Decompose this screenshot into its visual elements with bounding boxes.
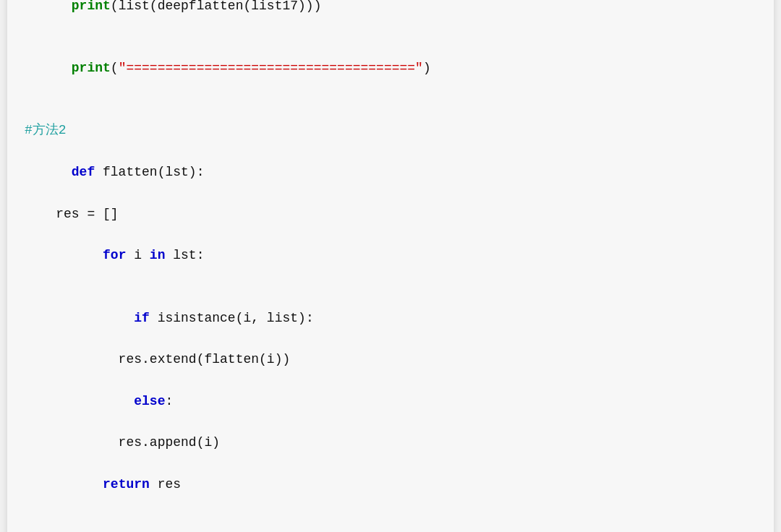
code-line-8: res = []: [25, 204, 756, 225]
indent-for: [72, 248, 103, 262]
code-line-14: return res: [25, 453, 756, 515]
comment-method2: #方法2: [25, 120, 756, 141]
code-section: from iteration_utilities import deepflat…: [7, 0, 774, 532]
keyword-print2: print: [72, 61, 111, 75]
code-line-7: def flatten(lst):: [25, 141, 756, 203]
code-line-10: if isinstance(i, list):: [25, 287, 756, 349]
keyword-print1: print: [72, 0, 111, 13]
for-var: i: [126, 248, 149, 262]
print-string1: "=====================================": [119, 61, 423, 75]
code-line-13: res.append(i): [25, 432, 756, 453]
print-args1: (list(deepflatten(list17))): [111, 0, 322, 13]
else-colon: :: [165, 394, 173, 408]
keyword-in: in: [150, 248, 166, 262]
code-line-11: res.extend(flatten(i)): [25, 349, 756, 370]
code-line-5: print("=================================…: [25, 37, 756, 99]
blank-line-b: [25, 100, 756, 121]
code-line-12: else:: [25, 370, 756, 432]
main-container: from iteration_utilities import deepflat…: [7, 0, 774, 532]
def-name: flatten(lst):: [95, 165, 204, 179]
keyword-def: def: [72, 165, 95, 179]
keyword-return: return: [103, 477, 150, 492]
return-val: res: [150, 477, 181, 492]
indent-return: [72, 477, 103, 492]
keyword-if: if: [134, 311, 150, 325]
code-line-4: print(list(deepflatten(list17))): [25, 0, 756, 37]
if-condition: isinstance(i, list):: [150, 311, 314, 325]
keyword-for: for: [103, 248, 126, 262]
print-paren-open: (: [111, 61, 119, 75]
for-iter: lst:: [165, 248, 204, 262]
print-paren-close: ): [423, 61, 431, 75]
indent-else: [72, 394, 134, 408]
keyword-else: else: [134, 394, 165, 408]
indent-if: [72, 311, 134, 325]
blank-line-c: [25, 515, 756, 532]
code-line-9: for i in lst:: [25, 224, 756, 286]
